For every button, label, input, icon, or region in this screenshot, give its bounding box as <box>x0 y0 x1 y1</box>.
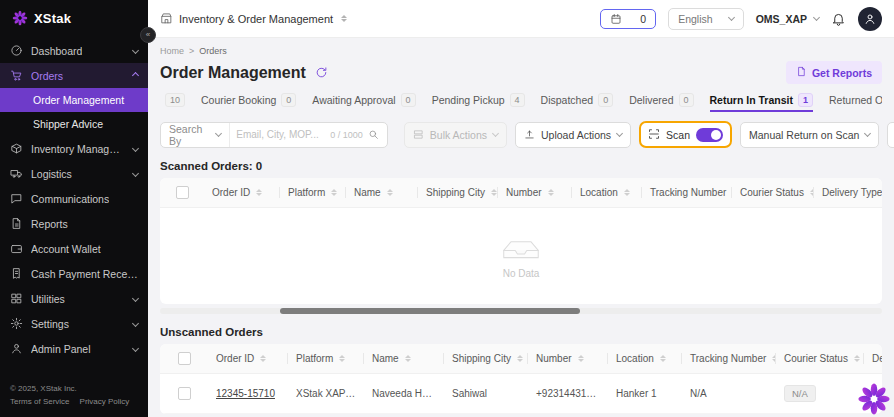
brand-logo[interactable]: XStak <box>0 0 148 34</box>
search-control: Search By 0 / 1000 <box>160 122 388 148</box>
shipping-city-cell: Sahiwal <box>444 388 528 399</box>
search-input[interactable] <box>230 129 330 140</box>
breadcrumb-home[interactable]: Home <box>160 46 184 56</box>
privacy-link[interactable]: Privacy Policy <box>80 396 130 409</box>
scan-label: Scan <box>666 129 690 141</box>
sidebar-item-communications[interactable]: Communications <box>0 186 148 211</box>
scan-toggle[interactable] <box>696 128 723 142</box>
dashboard-icon <box>10 44 23 57</box>
column-header-platform[interactable]: Platform <box>280 178 346 207</box>
workspace-select[interactable]: OMS_XAP <box>756 13 819 25</box>
sidebar-item-reports[interactable]: Reports <box>0 211 148 236</box>
location-cell: Hanker 1 <box>608 388 682 399</box>
unscanned-orders-heading: Unscanned Orders <box>160 326 882 338</box>
cart-icon <box>10 69 23 82</box>
row-checkbox[interactable] <box>178 387 191 400</box>
tab-delivered[interactable]: Delivered0 <box>629 93 693 112</box>
column-header-tracking-number[interactable]: Tracking Number <box>682 344 776 373</box>
top-bar: Inventory & Order Management 0 English O… <box>148 0 894 38</box>
terms-link[interactable]: Terms of Service <box>10 396 70 409</box>
select-arrows-icon <box>341 15 347 23</box>
sidebar-item-cash-payment-receipt[interactable]: Cash Payment Receipt (... <box>0 261 148 286</box>
chevron-down-icon <box>728 13 735 20</box>
sidebar: XStak « Dashboard Orders Order Managemen… <box>0 0 148 417</box>
unscanned-orders-table: Order ID Platform Name Shipping City Num… <box>160 344 882 414</box>
column-header-delivery-type[interactable]: Delivery Type <box>814 178 882 207</box>
scanned-orders-heading: Scanned Orders: 0 <box>160 160 882 172</box>
empty-box-icon <box>498 234 544 264</box>
tab-pending-pickup[interactable]: Pending Pickup4 <box>432 93 525 112</box>
column-header-order-id[interactable]: Order ID <box>204 178 280 207</box>
name-cell: Naveeda Hafeez <box>364 388 444 399</box>
scrollbar-thumb[interactable] <box>280 308 580 314</box>
sort-icon <box>660 355 666 363</box>
column-header-tracking-number[interactable]: Tracking Number <box>642 178 732 207</box>
report-file-icon <box>796 66 807 79</box>
tab-clipped[interactable]: 10 <box>160 93 185 112</box>
bulk-actions-button[interactable]: Bulk Actions <box>404 122 507 148</box>
chevron-down-icon <box>864 129 871 136</box>
search-icon[interactable] <box>368 129 387 140</box>
column-header-delivery-type[interactable]: Delivery Type <box>864 344 882 373</box>
table-row[interactable]: 12345-15710 XStak XAP Store Naveeda Hafe… <box>160 374 882 414</box>
chat-icon <box>10 192 23 205</box>
tab-courier-booking[interactable]: Courier Booking0 <box>201 93 296 112</box>
column-header-shipping-city[interactable]: Shipping City <box>418 178 498 207</box>
column-header-courier-status[interactable]: Courier Status <box>776 344 864 373</box>
sidebar-item-dashboard[interactable]: Dashboard <box>0 38 148 63</box>
number-cell: +923144313418 <box>528 388 608 399</box>
sidebar-collapse-button[interactable]: « <box>140 27 156 43</box>
language-select[interactable]: English <box>668 8 743 30</box>
char-counter: 0 / 1000 <box>330 130 368 140</box>
xstak-flower-icon <box>12 10 28 26</box>
column-header-platform[interactable]: Platform <box>288 344 364 373</box>
sidebar-nav: Dashboard Orders Order Management Shippe… <box>0 34 148 375</box>
wallet-icon <box>10 242 23 255</box>
sidebar-item-utilities[interactable]: Utilities <box>0 286 148 311</box>
sidebar-item-account-wallet[interactable]: Account Wallet <box>0 236 148 261</box>
get-reports-button[interactable]: Get Reports <box>786 61 882 84</box>
chevron-down-icon <box>215 129 222 136</box>
sort-icon <box>548 189 554 197</box>
scanned-table-header: Order ID Platform Name Shipping City Num… <box>160 178 882 208</box>
filters-button[interactable]: Filters <box>887 122 894 148</box>
column-header-number[interactable]: Number <box>528 344 608 373</box>
column-header-name[interactable]: Name <box>346 178 418 207</box>
column-header-location[interactable]: Location <box>608 344 682 373</box>
select-all-checkbox[interactable] <box>176 186 189 199</box>
sidebar-item-logistics[interactable]: Logistics <box>0 161 148 186</box>
scan-icon <box>648 128 660 142</box>
select-all-checkbox[interactable] <box>178 352 191 365</box>
column-header-order-id[interactable]: Order ID <box>208 344 288 373</box>
scanned-orders-table: Order ID Platform Name Shipping City Num… <box>160 178 882 304</box>
chevron-down-icon <box>132 145 139 152</box>
manual-return-select[interactable]: Manual Return on Scan <box>740 122 879 148</box>
column-header-number[interactable]: Number <box>498 178 572 207</box>
sort-icon <box>405 355 411 363</box>
order-id-link[interactable]: 12345-15710 <box>216 388 275 399</box>
sidebar-item-inventory-management[interactable]: Inventory Management <box>0 136 148 161</box>
tab-awaiting-approval[interactable]: Awaiting Approval0 <box>312 93 415 112</box>
column-header-shipping-city[interactable]: Shipping City <box>444 344 528 373</box>
sidebar-item-shipper-advice[interactable]: Shipper Advice <box>0 112 148 136</box>
sidebar-item-settings[interactable]: Settings <box>0 311 148 336</box>
date-filter[interactable]: 0 <box>600 9 656 29</box>
sidebar-item-order-management[interactable]: Order Management <box>0 88 148 112</box>
scan-control: Scan <box>641 123 730 146</box>
column-header-courier-status[interactable]: Courier Status <box>732 178 814 207</box>
tab-return-in-transit[interactable]: Return In Transit1 <box>710 93 813 112</box>
tab-returned-orders[interactable]: Returned Orders5 <box>829 93 882 112</box>
notifications-bell-icon[interactable] <box>831 11 846 26</box>
unscanned-table-header: Order ID Platform Name Shipping City Num… <box>160 344 882 374</box>
column-header-name[interactable]: Name <box>364 344 444 373</box>
user-avatar[interactable] <box>858 7 882 31</box>
search-by-select[interactable]: Search By <box>161 123 230 147</box>
tab-dispatched[interactable]: Dispatched0 <box>541 93 614 112</box>
upload-actions-button[interactable]: Upload Actions <box>515 122 631 148</box>
module-select[interactable]: Inventory & Order Management <box>160 12 347 25</box>
column-header-location[interactable]: Location <box>572 178 642 207</box>
sidebar-item-orders[interactable]: Orders <box>0 63 148 88</box>
chevron-down-icon <box>132 170 139 177</box>
refresh-icon[interactable] <box>315 66 328 79</box>
sidebar-item-admin-panel[interactable]: Admin Panel <box>0 336 148 361</box>
